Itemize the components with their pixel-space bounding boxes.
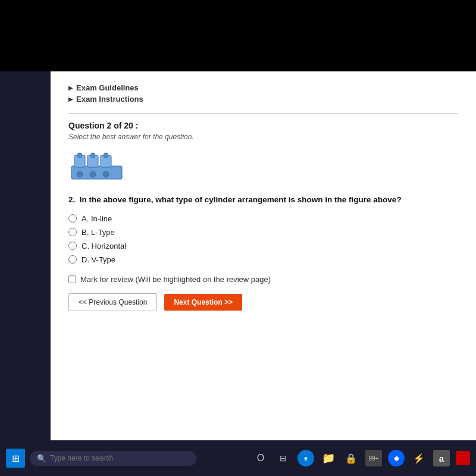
svg-text:e: e (304, 455, 308, 462)
answer-options: A. In-line B. L-Type C. Horizontal D. V-… (68, 214, 458, 264)
folder-icon[interactable]: 📁 (320, 450, 337, 466)
svg-point-8 (90, 171, 96, 177)
prev-question-button[interactable]: << Previous Question (68, 293, 157, 311)
engine-figure (68, 149, 125, 184)
search-input[interactable] (50, 454, 189, 462)
battery-icon[interactable]: 99+ (365, 450, 382, 466)
option-c[interactable]: C. Horizontal (68, 242, 458, 250)
svg-point-7 (77, 171, 83, 177)
a-letter-icon[interactable]: a (433, 450, 450, 466)
svg-point-6 (104, 153, 108, 158)
bolt-icon[interactable]: ⚡ (411, 450, 427, 466)
taskbar-search-bar[interactable]: 🔍 (30, 451, 196, 466)
svg-point-5 (90, 153, 95, 158)
option-d[interactable]: D. V-Type (68, 255, 458, 264)
start-button[interactable]: ⊞ (6, 449, 25, 468)
main-content: ▶ Exam Guidelines ▶ Exam Instructions Qu… (51, 71, 476, 440)
engine-figure-container (68, 149, 458, 186)
option-b-label: B. L-Type (82, 228, 115, 237)
taskbar-right-icons: O ⊟ e 📁 🔒 99+ ◆ ⚡ a (252, 450, 470, 466)
dropbox-icon[interactable]: ◆ (388, 450, 405, 466)
nav-buttons: << Previous Question Next Question >> (68, 293, 458, 311)
start-icon: ⊞ (12, 453, 20, 464)
mark-review-label[interactable]: Mark for review (Will be highlighted on … (68, 275, 458, 284)
next-question-button[interactable]: Next Question >> (164, 294, 242, 311)
instructions-link[interactable]: Exam Instructions (76, 95, 143, 104)
radio-b[interactable] (68, 228, 77, 236)
arrow-icon-guidelines: ▶ (68, 84, 73, 91)
nav-instructions[interactable]: ▶ Exam Instructions (68, 95, 458, 104)
nav-guidelines[interactable]: ▶ Exam Guidelines (68, 83, 458, 92)
question-number-inline: 2. (68, 195, 75, 204)
question-number: Question 2 of 20 : (68, 121, 458, 130)
guidelines-link[interactable]: Exam Guidelines (76, 83, 139, 92)
arrow-icon-instructions: ▶ (68, 96, 73, 102)
task-view-icon[interactable]: ⊟ (275, 450, 292, 466)
option-b[interactable]: B. L-Type (68, 228, 458, 237)
nav-links: ▶ Exam Guidelines ▶ Exam Instructions (68, 83, 458, 104)
question-header: Question 2 of 20 : Select the best answe… (68, 121, 458, 141)
edge-logo: e (301, 453, 311, 463)
radio-c[interactable] (68, 242, 77, 250)
question-text: 2. In the above figure, what type of cyl… (68, 195, 458, 206)
dropbox-symbol: ◆ (394, 454, 399, 462)
lock-icon[interactable]: 🔒 (343, 450, 359, 466)
mark-review-checkbox[interactable] (68, 275, 76, 283)
taskbar: ⊞ 🔍 O ⊟ e 📁 🔒 99+ ◆ ⚡ a (0, 440, 476, 476)
question-instruction: Select the best answer for the question. (68, 133, 458, 141)
svg-point-4 (77, 153, 82, 158)
edge-icon[interactable]: e (298, 450, 314, 466)
question-body: In the above figure, what type of cylind… (80, 195, 402, 204)
option-c-label: C. Horizontal (82, 242, 126, 250)
top-bezel (0, 0, 476, 71)
search-icon: 🔍 (37, 454, 46, 463)
section-divider (68, 113, 458, 114)
option-a[interactable]: A. In-line (68, 214, 458, 223)
option-a-label: A. In-line (82, 214, 112, 223)
svg-point-9 (103, 171, 109, 177)
cortana-icon[interactable]: O (252, 450, 269, 466)
radio-a[interactable] (68, 214, 77, 223)
option-d-label: D. V-Type (82, 255, 115, 264)
mark-review-text: Mark for review (Will be highlighted on … (80, 275, 271, 284)
left-sidebar (0, 71, 51, 440)
radio-d[interactable] (68, 255, 77, 264)
red-square-icon[interactable] (456, 451, 470, 465)
